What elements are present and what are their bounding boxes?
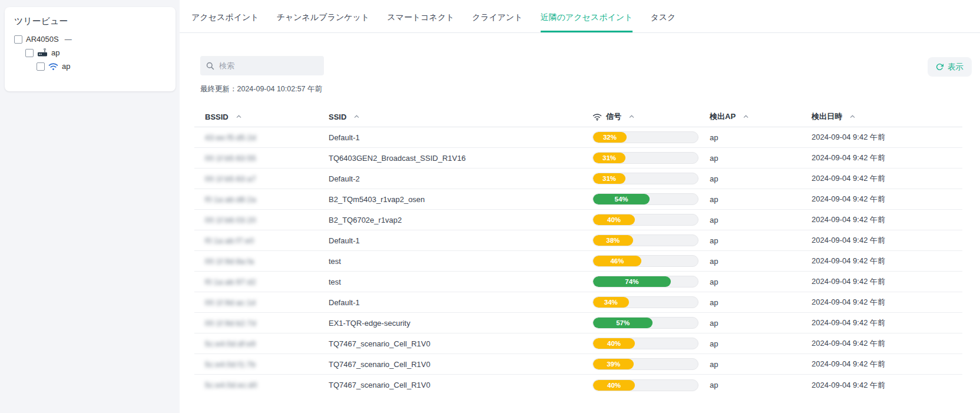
col-header-ssid[interactable]: SSID <box>329 113 592 121</box>
signal-bar: 31% <box>592 152 698 164</box>
signal-percent-label: 46% <box>610 257 624 265</box>
bssid-cell-redacted: 00:1f:9d:ac:1d <box>205 299 256 307</box>
detected-time-cell: 2024-09-04 9:42 午前 <box>812 339 885 348</box>
detected-ap-cell: ap <box>710 133 718 142</box>
tree-node: ap <box>14 62 166 71</box>
detected-ap-cell: ap <box>710 154 718 163</box>
tree-node-checkbox[interactable] <box>14 35 22 44</box>
signal-bar: 54% <box>592 193 698 205</box>
table-row: 5c:e4:0d:f1:7b TQ7467_scenario_Cell_R1V0… <box>194 354 962 375</box>
signal-bar: 74% <box>592 276 698 288</box>
ssid-cell: Default-1 <box>329 133 360 142</box>
detected-time-cell: 2024-09-04 9:42 午前 <box>812 256 885 265</box>
ssid-cell: B2_TQm5403_r1vap2_osen <box>329 195 425 204</box>
tab-tasks[interactable]: タスク <box>650 12 676 32</box>
signal-percent-label: 40% <box>607 382 621 389</box>
detected-ap-cell: ap <box>710 381 718 389</box>
tab-access-points[interactable]: アクセスポイント <box>191 12 259 32</box>
signal-bar: 34% <box>592 296 698 308</box>
tab-channel-blanket[interactable]: チャンネルブランケット <box>277 12 370 32</box>
ssid-cell: Default-1 <box>329 236 360 245</box>
search-input[interactable] <box>219 61 318 70</box>
detected-time-cell: 2024-09-04 9:42 午前 <box>812 381 885 389</box>
detected-ap-cell: ap <box>710 236 718 245</box>
table-row: 5c:e4:0d:df:e9 TQ7467_scenario_Cell_R1V0… <box>194 333 962 354</box>
ssid-cell: TQ6403GEN2_Broadcast_SSID_R1V16 <box>329 154 466 163</box>
bssid-cell-redacted: f0:1a:ab:97:d2 <box>205 278 256 286</box>
table-row: 5c:e4:0d:ec:d0 TQ7467_scenario_Cell_R1V0… <box>194 375 962 395</box>
last-updated-text: 最終更新：2024-09-04 10:02:57 午前 <box>200 84 322 94</box>
signal-bar-fill: 40% <box>593 380 635 391</box>
signal-bar-fill: 34% <box>593 297 629 308</box>
signal-percent-label: 40% <box>607 340 621 347</box>
detected-ap-cell: ap <box>710 319 718 328</box>
signal-bar-fill: 57% <box>593 318 653 328</box>
signal-bar-fill: 40% <box>593 214 635 225</box>
sort-caret-icon[interactable] <box>236 115 241 118</box>
signal-bar: 46% <box>592 255 698 267</box>
refresh-icon <box>936 63 943 71</box>
sort-caret-icon[interactable] <box>354 115 359 118</box>
bssid-cell-redacted: 00:1f:9d:8a:fa <box>205 257 254 266</box>
show-button-label: 表示 <box>948 62 964 72</box>
search-icon <box>206 62 214 70</box>
router-icon <box>37 48 48 57</box>
col-header-ap[interactable]: 検出AP <box>710 111 812 122</box>
table-row: 00:1f:b6:03:20 B2_TQ6702e_r1vap2 40% ap … <box>194 210 962 230</box>
bssid-cell-redacted: 5c:e4:0d:df:e9 <box>205 340 256 348</box>
tree-node-checkbox[interactable] <box>25 49 34 57</box>
bssid-cell-redacted: 00:1f:b5:63:a7 <box>205 175 256 183</box>
detected-ap-cell: ap <box>710 339 718 348</box>
signal-bar: 40% <box>592 214 698 226</box>
bssid-cell-redacted: 5c:e4:0d:ec:d0 <box>205 381 257 389</box>
tab-smart-connect[interactable]: スマートコネクト <box>387 12 454 32</box>
bssid-cell-redacted: f0:1a:ab:d8:2a <box>205 196 256 204</box>
detected-time-cell: 2024-09-04 9:42 午前 <box>812 133 885 141</box>
sort-caret-icon[interactable] <box>743 115 749 118</box>
col-header-signal[interactable]: 信号 <box>592 111 710 122</box>
tree-node-list: AR4050S — ap ap <box>14 35 166 71</box>
tab-label-smart-connect: スマートコネクト <box>387 12 454 22</box>
tree-node-label: ap <box>62 62 70 71</box>
tree-node-collapse-dash[interactable]: — <box>65 35 72 44</box>
tree-node: ap <box>14 48 166 57</box>
col-header-bssid[interactable]: BSSID <box>194 113 329 121</box>
signal-percent-label: 40% <box>607 216 621 223</box>
wifi-icon <box>48 62 58 71</box>
show-refresh-button[interactable]: 表示 <box>928 57 972 77</box>
tab-bar: アクセスポイントチャンネルブランケットスマートコネクトクライアント近隣のアクセス… <box>180 0 980 33</box>
sort-caret-icon[interactable] <box>850 115 855 118</box>
sort-caret-icon[interactable] <box>629 115 634 118</box>
detected-ap-cell: ap <box>710 277 718 286</box>
signal-bar: 57% <box>592 317 698 329</box>
ssid-cell: TQ7467_scenario_Cell_R1V0 <box>329 381 431 389</box>
search-box[interactable] <box>200 56 324 75</box>
signal-percent-label: 57% <box>616 319 630 326</box>
ssid-cell: EX1-TQR-edge-security <box>329 319 410 328</box>
signal-bar: 39% <box>592 358 698 370</box>
bssid-cell-redacted: 5c:e4:0d:f1:7b <box>205 361 256 369</box>
wifi-icon <box>592 113 602 121</box>
detected-time-cell: 2024-09-04 9:42 午前 <box>812 318 885 327</box>
table-body: 43:ee:f5:d5:2d Default-1 32% ap 2024-09-… <box>194 127 962 395</box>
detected-ap-cell: ap <box>710 195 718 204</box>
detected-ap-cell: ap <box>710 257 718 266</box>
col-header-detected[interactable]: 検出日時 <box>812 111 962 122</box>
col-label-detected: 検出日時 <box>812 111 842 122</box>
signal-bar: 40% <box>592 338 698 349</box>
ssid-cell: test <box>329 277 341 286</box>
tab-clients[interactable]: クライアント <box>472 12 523 32</box>
tree-view-title: ツリービュー <box>14 16 166 27</box>
ssid-cell: TQ7467_scenario_Cell_R1V0 <box>329 360 431 369</box>
tree-node-label: AR4050S <box>26 35 59 44</box>
signal-percent-label: 34% <box>604 299 618 306</box>
signal-bar-fill: 32% <box>593 132 627 143</box>
table-row: f0:1a:ab:97:d2 test 74% ap 2024-09-04 9:… <box>194 272 962 292</box>
table-header-row: BSSID SSID 信号 検出AP 検 <box>194 107 962 127</box>
table-row: 00:1f:b5:63:a7 Default-2 31% ap 2024-09-… <box>194 168 962 189</box>
tree-node-checkbox[interactable] <box>37 62 45 71</box>
tab-neighbor-access-points[interactable]: 近隣のアクセスポイント <box>541 12 633 32</box>
detected-time-cell: 2024-09-04 9:42 午前 <box>812 298 885 306</box>
detected-time-cell: 2024-09-04 9:42 午前 <box>812 277 885 286</box>
table-row: f0:1a:ab:f7:e0 Default-1 38% ap 2024-09-… <box>194 230 962 251</box>
